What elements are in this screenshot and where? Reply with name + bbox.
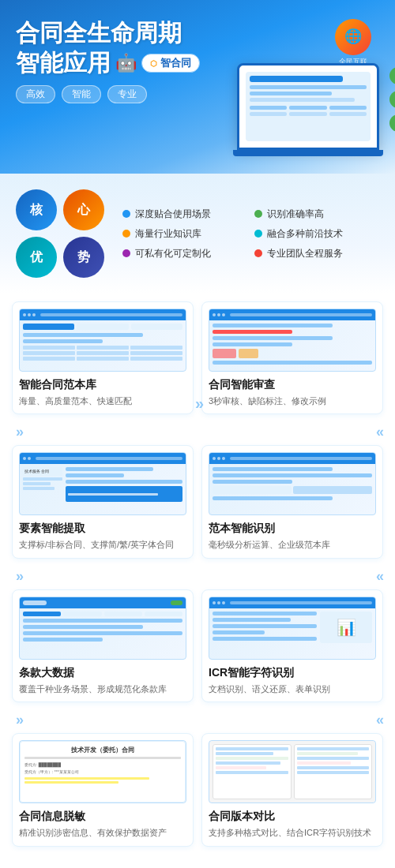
arrow-down-right-2: « [376,568,379,585]
icr-image: 📊 [209,597,376,660]
robot-icon: 🤖 [115,53,137,73]
feature-text-5: 专业团队全程服务 [267,247,343,260]
template-recognize-title: 范本智能识别 [209,522,376,536]
feature-card-version-compare: 合同版本对比 支持多种格式对比、结合ICR字符识别技术 [201,733,383,846]
feature-dot-2 [122,230,130,238]
feature-card-smart-review: 合同智能审查 3秒审核、缺陷标注、修改示例 [201,301,383,414]
header-title-block: 合同全生命周期 智能应用 🤖 ⬡ 智合同 高效 智能 专业 [16,19,200,103]
arrow-down-left-3: » [16,712,19,728]
tag-professional: 专业 [107,85,147,103]
feature-dot-5 [254,249,262,257]
brand-circle: 🌐 [335,19,371,55]
feature-item-4: 可私有化可定制化 [122,247,248,260]
feature-dot-1 [254,210,262,218]
header-title-line2: 智能应用 [16,49,111,77]
row-divider-3: » « [12,710,383,730]
template-recognize-image [209,452,376,515]
bubble-core1: 核 [16,189,57,230]
smart-contract-logo: ⬡ 智合同 [141,54,200,73]
laptop-illustration: ✓ ✓ ✓ [237,63,383,156]
arrow-down-left-2: » [16,568,19,585]
tag-efficient: 高效 [16,85,55,103]
feature-row-4: 技术开发（委托）合同 委托方: ████████ 受托方（甲方）: ***某某某… [12,733,383,846]
version-compare-title: 合同版本对比 [209,810,376,824]
feature-text-4: 可私有化可定制化 [135,247,211,260]
features-grid: 智能合同范本库 海量、高质量范本、快速匹配 » [0,294,395,862]
header-title-line1: 合同全生命周期 [16,19,200,47]
template-library-image [19,309,186,372]
row-divider-1: » « [12,422,383,442]
tag-smart: 智能 [62,85,101,103]
icr-title: ICR智能字符识别 [209,666,376,680]
template-recognize-desc: 毫秒级分析运算、企业级范本库 [209,539,376,551]
feature-row-1: 智能合同范本库 海量、高质量范本、快速匹配 » [12,301,383,414]
template-library-desc: 海量、高质量范本、快速匹配 [19,395,186,407]
row-divider-2: » « [12,567,383,586]
smart-review-image [209,309,376,372]
feature-text-2: 海量行业知识库 [135,227,201,241]
feature-card-element-extract: 技术服务 合同 [12,445,194,558]
bubble-core4: 势 [63,237,104,278]
bubble-core2: 心 [63,189,104,230]
feature-item-5: 专业团队全程服务 [254,247,380,260]
smart-review-title: 合同智能审查 [209,378,376,392]
feature-row-2: 技术服务 合同 [12,445,383,558]
clause-bigdata-image [19,597,186,660]
smart-review-desc: 3秒审核、缺陷标注、修改示例 [209,395,376,407]
info-desensitize-image: 技术开发（委托）合同 委托方: ████████ 受托方（甲方）: ***某某某… [19,740,186,803]
header-tags: 高效 智能 专业 [16,85,200,103]
element-extract-desc: 支撑标/非标合同、支撑简/繁/英字体合同 [19,539,186,551]
feature-text-1: 识别准确率高 [267,208,324,221]
feature-text-3: 融合多种前沿技术 [267,227,343,241]
feature-row-3: 条款大数据 覆盖千种业务场景、形成规范化条款库 [12,589,383,702]
core-features: 深度贴合使用场景 识别准确率高 海量行业知识库 融合多种前沿技术 可私有化可定制… [122,208,379,260]
clause-bigdata-title: 条款大数据 [19,666,186,680]
feature-item-3: 融合多种前沿技术 [254,227,380,241]
feature-item-1: 识别准确率高 [254,208,380,221]
feature-dot-4 [122,249,130,257]
feature-dot-0 [122,210,130,218]
element-extract-title: 要素智能提取 [19,522,186,536]
feature-card-icr: 📊 ICR智能字符识别 文档识别、语义还原、表单识别 [201,589,383,702]
feature-item-2: 海量行业知识库 [122,227,248,241]
feature-text-0: 深度贴合使用场景 [135,208,211,221]
feature-dot-3 [254,230,262,238]
arrow-down-right: « [376,424,379,440]
info-desensitize-title: 合同信息脱敏 [19,810,186,824]
feature-card-info-desensitize: 技术开发（委托）合同 委托方: ████████ 受托方（甲方）: ***某某某… [12,733,194,846]
core-bubbles: 核 心 优 势 [16,189,111,278]
bubble-core3: 优 [16,237,57,278]
feature-card-clause-bigdata: 条款大数据 覆盖千种业务场景、形成规范化条款库 [12,589,194,702]
version-compare-desc: 支持多种格式对比、结合ICR字符识别技术 [209,827,376,839]
feature-item-0: 深度贴合使用场景 [122,208,248,221]
clause-bigdata-desc: 覆盖千种业务场景、形成规范化条款库 [19,683,186,695]
arrow-1: » [195,395,200,413]
feature-card-template-library: 智能合同范本库 海量、高质量范本、快速匹配 [12,301,194,414]
template-library-title: 智能合同范本库 [19,378,186,392]
core-advantages-section: 核 心 优 势 深度贴合使用场景 识别准确率高 海量行业知识库 融合多种前沿技术… [0,174,395,294]
icr-desc: 文档识别、语义还原、表单识别 [209,683,376,695]
version-compare-image [209,740,376,803]
element-extract-image: 技术服务 合同 [19,452,186,515]
arrow-down-right-3: « [376,712,379,728]
info-desensitize-desc: 精准识别涉密信息、有效保护数据资产 [19,827,186,839]
header-section: 合同全生命周期 智能应用 🤖 ⬡ 智合同 高效 智能 专业 🌐 全民互联 www… [0,0,395,174]
arrow-down-left: » [16,424,19,440]
feature-card-template-recognize: 范本智能识别 毫秒级分析运算、企业级范本库 [201,445,383,558]
